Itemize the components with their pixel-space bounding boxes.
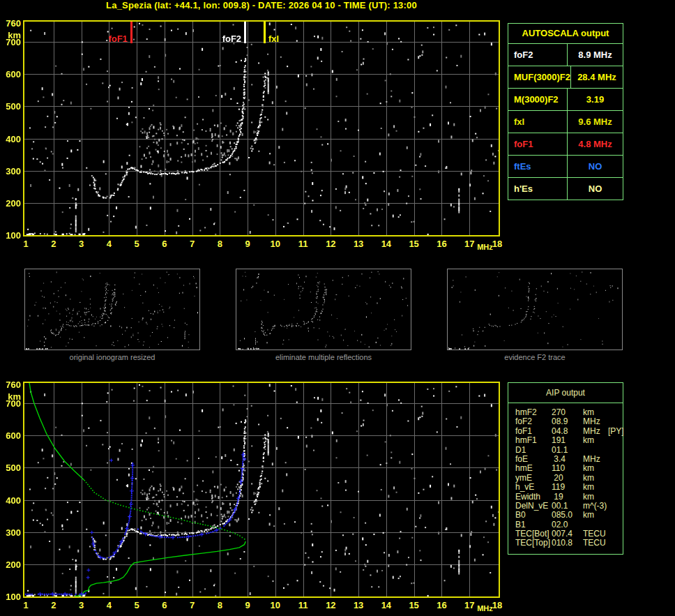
x-tick-label: 11 [295,239,312,249]
param-value: 00.1 [552,502,583,511]
thumbnail-canvas-eliminate-reflections [236,269,411,350]
aip-table: AIP output hmF2270km foF208.9MHz foF104.… [508,382,623,555]
x-tick-label: 10 [267,600,284,610]
table-row: hmF2270km [515,408,623,417]
param-label: ymE [515,474,552,483]
param-unit: km [583,436,608,445]
y-tick-label: 760 [0,18,21,29]
x-axis-unit-label: MHz [477,604,493,613]
param-unit: km [583,493,608,502]
thumbnail-caption: evidence F2 trace [458,353,612,361]
x-tick-label: 3 [73,239,90,249]
table-row: B102.0 [515,520,623,529]
param-unit: km [583,511,608,520]
param-note [608,529,623,539]
table-row: fxI 9.6 MHz [508,111,623,133]
x-tick-label: 16 [433,600,450,610]
param-note [608,455,623,464]
x-tick-label: 13 [350,600,367,610]
param-value: 08.9 [552,417,583,426]
page-title: La_Spezia (lat: +44.1, lon: 009.8) - DAT… [14,0,509,11]
autoscala-output-screen: La_Spezia (lat: +44.1, lon: 009.8) - DAT… [0,0,675,616]
table-row: h_vE119km [515,483,623,492]
x-tick-label: 1 [17,239,34,249]
x-tick-label: 14 [378,600,395,610]
y-tick-label: 400 [0,134,21,144]
param-note [608,446,623,455]
param-unit: TECU [583,539,608,548]
table-row: h'Es NO [508,178,623,200]
param-value: 04.8 [552,427,583,436]
param-note [608,483,623,492]
param-note [608,474,623,483]
y-tick-label: 500 [0,101,21,112]
param-value: 28.4 MHz [571,66,623,88]
param-note: [PY] [608,427,624,436]
param-value: NO [568,178,623,200]
marker-label-fof2: foF2 [185,33,241,44]
y-tick-label: 600 [0,69,21,80]
x-tick-label: 5 [128,239,145,249]
y-tick-label: 600 [0,430,21,441]
param-label: foF2 [515,417,552,426]
x-tick-label: 16 [433,239,450,249]
table-row: foF104.8MHz[PY] [515,427,623,436]
table-row: hmE110km [515,464,623,473]
y-tick-label: 300 [0,166,21,176]
param-label: hmE [515,464,552,473]
table-row: MUF(3000)F2 28.4 MHz [508,66,623,89]
param-value: 3.4 [552,455,583,464]
x-tick-label: 14 [378,239,395,249]
table-row: TEC[Top]010.8TECU [515,539,623,548]
param-unit: MHz [583,455,608,464]
thumbnail-caption: eliminate multiple reflections [247,353,400,361]
x-tick-label: 6 [156,600,173,610]
param-unit: TECU [583,529,608,539]
param-label: MUF(3000)F2 [508,66,571,88]
param-value: 19 [552,493,583,502]
param-label: hmF2 [515,408,552,417]
param-note [608,539,623,548]
x-tick-label: 5 [128,600,145,610]
param-label: foF1 [508,133,568,155]
ionogram-canvas-bottom [23,382,500,598]
x-tick-label: 7 [184,600,201,610]
x-tick-label: 11 [295,600,312,610]
param-value: 20 [552,474,583,483]
autoscala-table-title: AUTOSCALA output [508,24,623,44]
x-tick-label: 8 [211,600,228,610]
marker-label-fof1: foF1 [72,33,128,44]
x-tick-label: 9 [239,239,256,249]
ionogram-canvas-top [23,20,500,236]
table-row: D101.1 [515,446,623,455]
param-note [608,417,623,426]
x-tick-label: 8 [211,239,228,249]
param-label: fxI [508,111,568,133]
x-tick-label: 6 [156,239,173,249]
table-row: B0085.0km [515,511,623,520]
param-label: TEC[Bot] [515,529,552,539]
param-value: 191 [552,436,583,445]
param-label: TEC[Top] [515,539,552,548]
x-tick-label: 4 [100,239,117,249]
param-unit: m^(-3) [583,502,608,511]
param-value: 270 [552,408,583,417]
param-value: NO [568,156,623,177]
param-value: 3.19 [568,89,623,110]
param-value: 01.1 [552,446,583,455]
x-tick-label: 1 [17,600,34,610]
param-note [608,464,623,473]
x-tick-label: 12 [322,239,339,249]
x-tick-label: 13 [350,239,367,249]
param-value: 02.0 [552,520,583,529]
param-label: ftEs [508,156,568,177]
param-value: 110 [552,464,583,473]
param-label: B0 [515,511,552,520]
param-value: 085.0 [552,511,583,520]
x-tick-label: 10 [267,239,284,249]
x-tick-label: 7 [184,239,201,249]
param-value: 007.4 [552,529,583,539]
param-label: foE [515,455,552,464]
table-row: ymE 20km [515,474,623,483]
x-tick-label: 2 [45,239,62,249]
